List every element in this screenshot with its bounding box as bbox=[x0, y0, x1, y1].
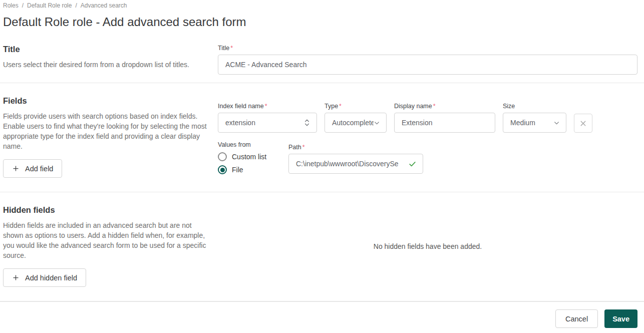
fields-section-info: Fields Fields provide users with search … bbox=[3, 96, 208, 178]
breadcrumb-item-default-role-role[interactable]: Default Role role bbox=[27, 2, 72, 9]
required-asterisk: * bbox=[265, 103, 267, 110]
type-select[interactable]: Autocomplete bbox=[325, 113, 387, 133]
display-name-label: Display name* bbox=[394, 103, 495, 110]
add-field-button[interactable]: Add field bbox=[3, 159, 62, 178]
radio-custom-list[interactable]: Custom list bbox=[218, 152, 288, 161]
check-icon bbox=[408, 160, 417, 168]
title-section-heading: Title bbox=[3, 45, 208, 54]
radio-file-label: File bbox=[232, 166, 243, 174]
radio-file[interactable]: File bbox=[218, 165, 288, 174]
size-select-value: Medium bbox=[510, 119, 553, 127]
close-icon bbox=[579, 119, 587, 128]
type-column: Type* Autocomplete bbox=[325, 103, 387, 133]
fields-section-form: Index field name* extension Type* Autoco… bbox=[218, 96, 637, 178]
plus-icon bbox=[12, 165, 20, 172]
title-section: Title Users select their desired form fr… bbox=[0, 29, 644, 83]
save-button[interactable]: Save bbox=[604, 309, 637, 328]
chevron-down-icon bbox=[374, 120, 380, 126]
required-asterisk: * bbox=[302, 144, 305, 151]
plus-icon bbox=[12, 274, 20, 281]
title-section-form: Title* ACME - Advanced Search bbox=[218, 45, 637, 75]
radio-custom-list-label: Custom list bbox=[232, 153, 266, 161]
hidden-fields-info: Hidden fields Hidden fields are included… bbox=[3, 205, 208, 287]
size-column: Size Medium bbox=[503, 103, 566, 133]
title-section-info: Title Users select their desired form fr… bbox=[3, 45, 208, 75]
type-label: Type* bbox=[325, 103, 387, 110]
add-hidden-field-button-label: Add hidden field bbox=[25, 274, 77, 282]
title-input-value: ACME - Advanced Search bbox=[225, 61, 631, 69]
hidden-fields-description: Hidden fields are included in an advance… bbox=[3, 220, 208, 260]
title-field-label: Title* bbox=[218, 45, 637, 52]
path-column: Path* C:\inetpub\wwwroot\DiscoverySe bbox=[288, 141, 423, 174]
add-field-button-label: Add field bbox=[25, 165, 53, 173]
values-from-label: Values from bbox=[218, 141, 288, 148]
size-select[interactable]: Medium bbox=[503, 113, 566, 133]
values-from-row: Values from Custom list File Path* C:\in… bbox=[218, 141, 637, 174]
add-hidden-field-button[interactable]: Add hidden field bbox=[3, 268, 86, 287]
required-asterisk: * bbox=[339, 103, 342, 110]
cancel-button[interactable]: Cancel bbox=[555, 309, 598, 328]
hidden-fields-section: Hidden fields Hidden fields are included… bbox=[0, 192, 644, 301]
fields-section-heading: Fields bbox=[3, 96, 208, 106]
chevron-down-icon bbox=[553, 120, 560, 126]
field-row: Index field name* extension Type* Autoco… bbox=[218, 103, 637, 133]
hidden-fields-empty-message: No hidden fields have been added. bbox=[218, 205, 637, 287]
unfold-more-icon bbox=[303, 119, 310, 127]
path-input-value: C:\inetpub\wwwroot\DiscoverySe bbox=[296, 160, 405, 168]
size-label: Size bbox=[503, 103, 566, 110]
breadcrumb-separator: / bbox=[75, 2, 77, 9]
required-asterisk: * bbox=[230, 45, 233, 52]
fields-section-description: Fields provide users with search options… bbox=[3, 111, 208, 151]
hidden-fields-heading: Hidden fields bbox=[3, 205, 208, 215]
index-field-label: Index field name* bbox=[218, 103, 317, 110]
index-field-value: extension bbox=[225, 119, 303, 127]
path-label: Path* bbox=[288, 144, 423, 151]
display-name-column: Display name* Extension bbox=[394, 103, 495, 133]
display-name-input[interactable]: Extension bbox=[394, 113, 495, 133]
required-asterisk: * bbox=[433, 103, 436, 110]
index-field-column: Index field name* extension bbox=[218, 103, 317, 133]
form-footer: Cancel Save bbox=[0, 301, 644, 333]
display-name-value: Extension bbox=[402, 119, 489, 127]
fields-section: Fields Fields provide users with search … bbox=[0, 83, 644, 192]
breadcrumb-item-advanced-search: Advanced search bbox=[81, 2, 127, 9]
path-input[interactable]: C:\inetpub\wwwroot\DiscoverySe bbox=[288, 154, 423, 174]
index-field-combobox[interactable]: extension bbox=[218, 113, 317, 133]
radio-icon bbox=[218, 165, 227, 174]
type-select-value: Autocomplete bbox=[332, 119, 374, 127]
breadcrumb-item-roles[interactable]: Roles bbox=[3, 2, 19, 9]
values-from-group: Values from Custom list File bbox=[218, 141, 288, 174]
page-title: Default Role role - Add advanced search … bbox=[3, 15, 644, 29]
breadcrumb: Roles / Default Role role / Advanced sea… bbox=[0, 0, 644, 9]
remove-field-button[interactable] bbox=[574, 114, 592, 133]
title-input[interactable]: ACME - Advanced Search bbox=[218, 55, 637, 75]
breadcrumb-separator: / bbox=[22, 2, 24, 9]
title-section-description: Users select their desired form from a d… bbox=[3, 60, 208, 70]
radio-icon bbox=[218, 152, 227, 161]
